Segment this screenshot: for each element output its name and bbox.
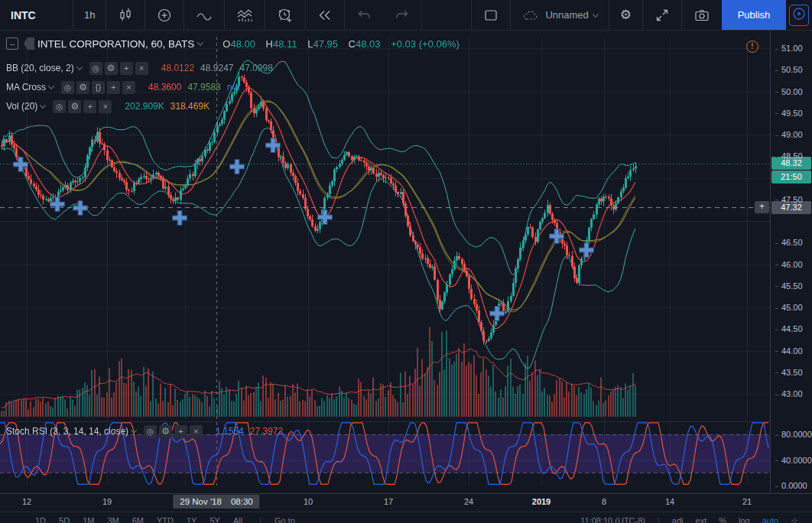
close-icon[interactable]: × — [135, 62, 148, 75]
indicator-value: 1.1554 — [216, 426, 244, 437]
add-icon[interactable]: + — [120, 62, 133, 75]
adj-toggle[interactable]: adj — [672, 516, 684, 523]
compare-button[interactable] — [145, 0, 184, 30]
change-value: +0.03 (+0.06%) — [391, 38, 460, 50]
range-button-6m[interactable]: 6M — [132, 516, 144, 523]
range-button-5y[interactable]: 5Y — [209, 516, 219, 523]
time-tick-label: 10 — [304, 497, 313, 506]
indicators-icon — [235, 7, 254, 24]
fullscreen-icon — [654, 7, 671, 24]
ext-toggle[interactable]: ext — [696, 516, 707, 523]
indicator-value: 318.469K — [171, 101, 209, 112]
price-tick-label: 45.00 — [775, 303, 803, 312]
time-tick-label: 24 — [464, 497, 473, 506]
data-delay-warning-icon[interactable]: ! — [746, 41, 758, 53]
screenshot-button[interactable] — [682, 0, 722, 30]
eye-icon[interactable]: ◎ — [53, 100, 66, 113]
stoch-tick-label: 80.0000 — [775, 430, 812, 439]
range-button-1m[interactable]: 1M — [83, 516, 94, 523]
publish-button[interactable]: Publish — [722, 0, 786, 30]
price-tick-label: 46.00 — [775, 260, 803, 269]
close-icon[interactable]: × — [190, 425, 203, 438]
indicator-title[interactable]: BB (20, close, 2) — [6, 63, 74, 73]
price-tick-label: 46.50 — [775, 238, 803, 247]
range-button-1d[interactable]: 1D — [35, 516, 46, 523]
settings-icon[interactable]: ⚙ — [68, 100, 81, 113]
price-axis[interactable]: 48.32 21:50 47.32 + 51.0050.5050.0049.50… — [770, 31, 812, 493]
close-icon[interactable]: × — [99, 100, 112, 113]
bar-replay-button[interactable] — [306, 0, 344, 30]
cloud-save-button[interactable]: Unnamed — [511, 0, 608, 30]
layout-name-label: Unnamed — [545, 9, 588, 21]
fullscreen-button[interactable] — [643, 0, 681, 30]
price-tick-label: 50.50 — [775, 65, 803, 74]
eye-icon[interactable]: ◎ — [144, 425, 157, 438]
time-tick-label: 8 — [602, 497, 606, 506]
price-tick-label: 49.50 — [775, 109, 803, 118]
layout-grid-icon — [482, 7, 499, 24]
range-button-all[interactable]: All — [233, 516, 242, 523]
auto-scale-toggle[interactable]: auto — [762, 516, 778, 523]
camera-icon — [693, 7, 711, 24]
publish-play-button[interactable] — [789, 5, 809, 26]
settings-icon[interactable]: ⚙ — [159, 425, 172, 438]
tradingview-app: INTC 1h — [0, 0, 812, 523]
chevron-down-icon — [131, 427, 137, 433]
stoch-tick-label: 0.0000 — [775, 481, 807, 490]
symbol-button[interactable]: INTC — [0, 0, 73, 30]
settings-icon[interactable]: ⚙ — [105, 62, 118, 75]
indicator-value: 27.3972 — [250, 426, 283, 437]
alert-button[interactable] — [265, 0, 305, 30]
undo-button[interactable] — [345, 0, 383, 30]
chevron-down-icon — [593, 11, 599, 17]
goto-button[interactable]: Go to — [274, 516, 295, 523]
layout-button[interactable] — [472, 0, 510, 30]
top-toolbar: INTC 1h — [0, 0, 812, 31]
low-value: 47.95 — [313, 38, 338, 50]
price-tick-label: 51.00 — [775, 44, 803, 53]
eye-icon[interactable]: ◎ — [89, 62, 102, 75]
eye-icon[interactable]: ◎ — [61, 81, 74, 94]
range-button-3m[interactable]: 3M — [107, 516, 119, 523]
ohlc-values: O48.00 H48.11 L47.95 C48.03 +0.03 (+0.06… — [215, 38, 459, 50]
close-icon[interactable]: × — [122, 81, 135, 94]
indicators-button[interactable] — [225, 0, 265, 30]
chevron-down-icon — [48, 83, 54, 89]
redo-button[interactable] — [383, 0, 421, 30]
toolbar-divider: | — [259, 516, 261, 523]
add-alert-plus-icon[interactable]: + — [755, 201, 769, 213]
candlestick-icon — [117, 7, 134, 24]
percent-toggle[interactable]: % — [719, 516, 726, 523]
chevron-down-icon — [76, 63, 82, 70]
price-tick-label: 43.50 — [775, 368, 803, 377]
range-button-ytd[interactable]: YTD — [157, 516, 174, 523]
indicator-title[interactable]: Stoch RSI (3, 3, 14, 14, close) — [6, 426, 128, 437]
price-tick-label: 49.00 — [775, 130, 803, 139]
stoch-tick-label: 40.0000 — [775, 456, 812, 465]
indicator-title[interactable]: Vol (20) — [6, 101, 37, 112]
time-tick-label: 19 — [102, 497, 112, 506]
add-icon[interactable]: + — [83, 100, 96, 113]
line-chart-button[interactable] — [184, 0, 224, 30]
chart-settings-button[interactable]: ⚙ — [609, 0, 642, 30]
source-code-icon[interactable]: {} — [92, 81, 105, 94]
star-icon[interactable]: ☆ — [791, 516, 798, 523]
range-button-5d[interactable]: 5D — [59, 516, 70, 523]
log-toggle[interactable]: log — [739, 516, 750, 523]
indicator-title[interactable]: MA Cross — [6, 82, 46, 93]
add-icon[interactable]: + — [174, 425, 187, 438]
time-axis[interactable]: 29 Nov '18 08:30 12192101724201981421 — [0, 493, 812, 511]
range-button-1y[interactable]: 1Y — [187, 516, 197, 523]
series-flag-icon[interactable] — [24, 37, 34, 50]
clock-label[interactable]: 11:08:10 (UTC-8) — [580, 516, 645, 523]
main-legend: – INTEL CORPORATION, 60, BATS O48.00 H48… — [6, 37, 460, 50]
add-icon[interactable]: + — [107, 81, 120, 94]
indicator-value: 47.9583 — [187, 82, 220, 93]
chart-style-button[interactable] — [106, 0, 145, 30]
symbol-title[interactable]: INTEL CORPORATION, 60, BATS — [37, 38, 194, 50]
legend-collapse-icon[interactable]: – — [6, 37, 18, 50]
crosshair-date: 29 Nov '18 — [180, 497, 222, 506]
settings-icon[interactable]: ⚙ — [76, 81, 89, 94]
wave-line-icon — [195, 7, 213, 24]
interval-button[interactable]: 1h — [73, 0, 106, 30]
